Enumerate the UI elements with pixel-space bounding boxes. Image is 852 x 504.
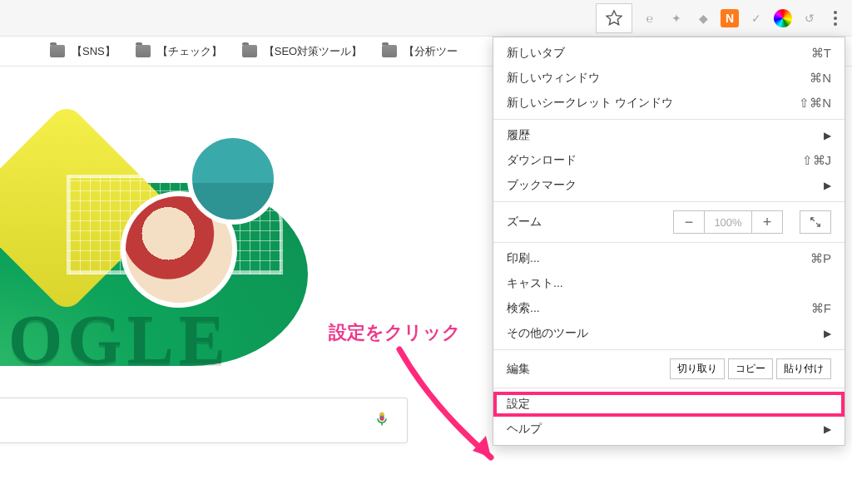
menu-label: ヘルプ [507,422,542,437]
folder-icon [50,45,65,57]
ext-icon-3[interactable]: ◆ [694,9,712,27]
zoom-out-button[interactable]: − [673,210,705,234]
menu-shortcut: ⌘P [810,251,831,266]
menu-label: 新しいタブ [507,46,565,61]
google-doodle[interactable]: OGLE [0,150,333,366]
extension-icons: ℮ ✦ ◆ N ✓ ↺ [641,9,819,27]
zoom-in-button[interactable]: + [751,210,783,234]
bookmark-star-button[interactable] [596,3,632,33]
fullscreen-button[interactable] [800,210,831,234]
bookmark-label: 【SEO対策ツール】 [264,44,362,59]
submenu-arrow-icon: ▶ [824,180,831,191]
ext-icon-5[interactable]: ✓ [747,9,765,27]
menu-shortcut: ⌘N [810,71,831,86]
submenu-arrow-icon: ▶ [824,328,831,339]
submenu-arrow-icon: ▶ [824,130,831,141]
menu-cast[interactable]: キャスト... [493,271,845,296]
menu-label: 印刷... [507,251,540,266]
menu-shortcut: ⌘T [811,46,831,61]
bookmark-folder-sns[interactable]: 【SNS】 [50,44,116,59]
ext-icon-2[interactable]: ✦ [667,9,686,27]
ext-icon-6[interactable] [774,9,792,27]
menu-shortcut: ⇧⌘N [799,96,831,111]
menu-history[interactable]: 履歴 ▶ [493,123,845,148]
menu-help[interactable]: ヘルプ ▶ [493,417,845,442]
browser-top-bar: ℮ ✦ ◆ N ✓ ↺ [0,0,852,37]
menu-downloads[interactable]: ダウンロード ⇧⌘J [493,148,845,173]
bookmark-folder-seo[interactable]: 【SEO対策ツール】 [242,44,362,59]
submenu-arrow-icon: ▶ [824,423,831,435]
edit-paste-button[interactable]: 貼り付け [776,358,831,379]
fullscreen-icon [810,216,821,228]
menu-print[interactable]: 印刷... ⌘P [493,246,845,271]
annotation-text: 設定をクリック [329,320,461,345]
menu-label: ダウンロード [507,153,577,168]
menu-label: キャスト... [507,276,563,291]
doodle-letters: OGLE [8,299,230,380]
menu-zoom-row: ズーム − 100% + [493,205,845,239]
bookmark-label: 【SNS】 [72,44,116,59]
folder-icon [242,45,257,57]
ext-icon-4[interactable]: N [721,9,739,27]
menu-label: 履歴 [507,128,530,143]
zoom-value: 100% [705,210,751,234]
microphone-icon[interactable] [374,408,390,433]
folder-icon [136,45,151,57]
bookmark-folder-check[interactable]: 【チェック】 [136,44,222,59]
ext-icon-7[interactable]: ↺ [800,9,819,27]
search-box[interactable] [0,398,408,443]
menu-label: 検索... [507,301,540,316]
menu-find[interactable]: 検索... ⌘F [493,296,845,321]
menu-label: 編集 [507,362,530,377]
menu-edit-row: 編集 切り取り コピー 貼り付け [493,353,845,384]
edit-copy-button[interactable]: コピー [728,358,773,379]
menu-label: 設定 [507,397,530,412]
star-icon [605,9,623,27]
menu-label: 新しいウィンドウ [507,71,600,86]
bookmark-label: 【チェック】 [157,44,222,59]
chrome-menu-dropdown: 新しいタブ ⌘T 新しいウィンドウ ⌘N 新しいシークレット ウインドウ ⇧⌘N… [493,37,845,446]
folder-icon [382,45,397,57]
chrome-menu-button[interactable] [825,8,845,28]
menu-shortcut: ⌘F [811,301,831,316]
menu-bookmarks[interactable]: ブックマーク ▶ [493,173,845,198]
menu-new-incognito[interactable]: 新しいシークレット ウインドウ ⇧⌘N [493,91,845,116]
menu-settings[interactable]: 設定 [493,392,845,417]
menu-label: ズーム [507,215,542,230]
bookmark-label: 【分析ツー [404,44,458,59]
menu-more-tools[interactable]: その他のツール ▶ [493,321,845,346]
menu-shortcut: ⇧⌘J [802,153,832,168]
menu-label: その他のツール [507,326,588,341]
edit-cut-button[interactable]: 切り取り [670,358,725,379]
menu-new-window[interactable]: 新しいウィンドウ ⌘N [493,66,845,91]
menu-label: ブックマーク [507,178,577,193]
ext-icon-1[interactable]: ℮ [641,9,659,27]
menu-label: 新しいシークレット ウインドウ [507,96,673,111]
menu-new-tab[interactable]: 新しいタブ ⌘T [493,41,845,66]
bookmark-folder-analytics[interactable]: 【分析ツー [382,44,458,59]
